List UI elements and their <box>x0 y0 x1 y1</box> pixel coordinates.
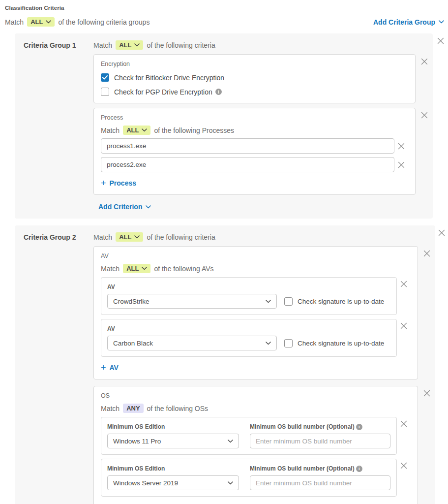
criteria-group-2: Criteria Group 2 Match ALL of the follow… <box>15 225 435 504</box>
match-suffix: of the following criteria <box>147 41 215 49</box>
av-2-signature-checkbox[interactable] <box>284 339 293 347</box>
os-edition-col: Minimum OS Edition Windows Server 2019 <box>107 464 239 490</box>
chevron-down-icon <box>134 43 140 47</box>
close-icon <box>421 58 428 65</box>
process-criterion-close-button[interactable] <box>420 111 429 120</box>
close-icon <box>398 143 405 150</box>
os-build-col: Minimum OS build number (Optional) i <box>250 464 390 490</box>
os-criterion-row: OS Match ANY of the following OSs <box>93 386 435 504</box>
os-label: OS <box>101 392 411 399</box>
pgp-checkbox-row: Check for PGP Drive Encryption i <box>101 88 408 96</box>
av-row-2-remove-button[interactable] <box>399 321 408 330</box>
close-icon <box>400 462 407 469</box>
add-criteria-group-label: Add Criteria Group <box>373 18 435 26</box>
page-title: Classification Criteria <box>5 5 448 11</box>
add-process-button[interactable]: + Process <box>101 179 136 187</box>
match-suffix: of the following criteria groups <box>58 18 149 26</box>
process-1-remove-button[interactable] <box>397 142 406 151</box>
plus-icon: + <box>101 180 106 187</box>
match-label: Match <box>93 233 112 241</box>
os-row-1-remove-button[interactable] <box>399 419 408 428</box>
av-select-1-value: CrowdStrike <box>113 298 149 305</box>
pgp-checkbox[interactable] <box>101 88 109 96</box>
info-icon[interactable]: i <box>356 424 362 430</box>
close-icon <box>438 229 445 236</box>
match-value: ALL <box>119 41 131 49</box>
add-criteria-group-button[interactable]: Add Criteria Group <box>373 18 444 26</box>
av-row-2: AV Carbon Black <box>101 319 411 357</box>
av-row-2-box: AV Carbon Black <box>101 319 397 357</box>
av-select-1[interactable]: CrowdStrike <box>107 294 277 309</box>
av-criterion-close-button[interactable] <box>422 249 431 258</box>
plus-icon: + <box>101 364 106 371</box>
info-icon[interactable]: i <box>215 89 222 95</box>
add-criterion-button[interactable]: Add Criterion <box>98 203 151 211</box>
add-av-button[interactable]: + AV <box>101 364 119 372</box>
info-icon[interactable]: i <box>356 466 362 472</box>
encryption-criterion-close-button[interactable] <box>420 57 429 66</box>
add-process-label: Process <box>110 179 136 187</box>
process-input-2[interactable] <box>101 157 394 172</box>
close-icon <box>423 390 430 397</box>
av-criterion-box: AV Match ALL of the following AVs <box>93 246 418 379</box>
os-match-select[interactable]: ANY <box>123 404 143 413</box>
os-build-label-text: Minimum OS build number (Optional) <box>250 423 355 430</box>
os-edition-select-1[interactable]: Windows 11 Pro <box>107 434 239 448</box>
os-build-input-1[interactable] <box>250 434 390 448</box>
match-suffix: of the following criteria <box>147 233 215 241</box>
pgp-checkbox-text: Check for PGP Drive Encryption <box>114 88 212 96</box>
chevron-down-icon <box>46 20 51 24</box>
criteria-group-2-close-button[interactable] <box>437 228 446 237</box>
os-row-2-cols: Minimum OS Edition Windows Server 2019 <box>107 464 390 490</box>
os-1-close-slot <box>397 417 411 428</box>
process-2-close-slot <box>394 160 408 169</box>
av-1-signature-label: Check signature is up-to-date <box>298 298 384 305</box>
group-2-match-line: Match ALL of the following criteria <box>93 232 435 242</box>
process-2-remove-button[interactable] <box>397 160 406 169</box>
os-row-2-remove-button[interactable] <box>399 461 408 470</box>
av-match-select[interactable]: ALL <box>123 264 150 273</box>
criteria-group-1-close-button[interactable] <box>436 36 445 45</box>
match-label: Match <box>5 18 24 26</box>
group-2-match-select[interactable]: ALL <box>116 232 143 242</box>
process-1-close-slot <box>394 142 408 151</box>
encryption-criterion-box: Encryption Check for Bitlocker Drive Enc… <box>93 54 416 103</box>
av-1-signature-row: Check signature is up-to-date <box>284 297 384 306</box>
add-criterion-label: Add Criterion <box>98 203 142 211</box>
process-input-1[interactable] <box>101 138 394 154</box>
process-match-select[interactable]: ALL <box>123 126 150 135</box>
os-row-1-cols: Minimum OS Edition Windows 11 Pro <box>107 422 390 448</box>
av-2-close-slot <box>397 319 411 330</box>
av-row-1: AV CrowdStrike <box>101 277 411 315</box>
chevron-down-icon <box>439 20 444 24</box>
match-suffix: of the following AVs <box>154 265 213 273</box>
encryption-criterion-row: Encryption Check for Bitlocker Drive Enc… <box>93 54 433 103</box>
av-select-2[interactable]: Carbon Black <box>107 336 277 350</box>
close-icon <box>423 250 430 257</box>
match-label: Match <box>101 126 119 134</box>
criteria-group-1-content: Match ALL of the following criteria Encr… <box>93 40 433 211</box>
process-label: Process <box>101 114 408 121</box>
groups-match-line: Match ALL of the following criteria grou… <box>5 17 149 27</box>
av-match-line: Match ALL of the following AVs <box>101 264 411 273</box>
os-build-col: Minimum OS build number (Optional) i <box>250 422 390 448</box>
bitlocker-checkbox-row: Check for Bitlocker Drive Encryption <box>101 73 408 82</box>
os-edition-select-2[interactable]: Windows Server 2019 <box>107 475 239 490</box>
os-edition-col: Minimum OS Edition Windows 11 Pro <box>107 422 239 448</box>
groups-match-select[interactable]: ALL <box>27 17 55 27</box>
process-close-slot <box>416 108 433 120</box>
chevron-down-icon <box>228 481 233 485</box>
bitlocker-checkbox-label: Check for Bitlocker Drive Encryption <box>114 74 224 82</box>
close-icon <box>437 37 444 44</box>
av-1-signature-checkbox[interactable] <box>284 297 293 306</box>
bitlocker-checkbox[interactable] <box>101 73 109 82</box>
av-row-2-controls: Carbon Black Check signature is up-to-da… <box>107 332 390 350</box>
av-row-1-remove-button[interactable] <box>399 280 408 288</box>
process-input-row-1 <box>101 138 408 154</box>
os-edition-2-value: Windows Server 2019 <box>113 479 178 487</box>
group-1-match-select[interactable]: ALL <box>116 40 143 50</box>
os-build-input-2[interactable] <box>250 475 390 490</box>
add-criterion-row: Add Criterion <box>98 203 433 211</box>
add-av-row: + AV <box>101 364 411 372</box>
os-criterion-close-button[interactable] <box>422 389 431 398</box>
